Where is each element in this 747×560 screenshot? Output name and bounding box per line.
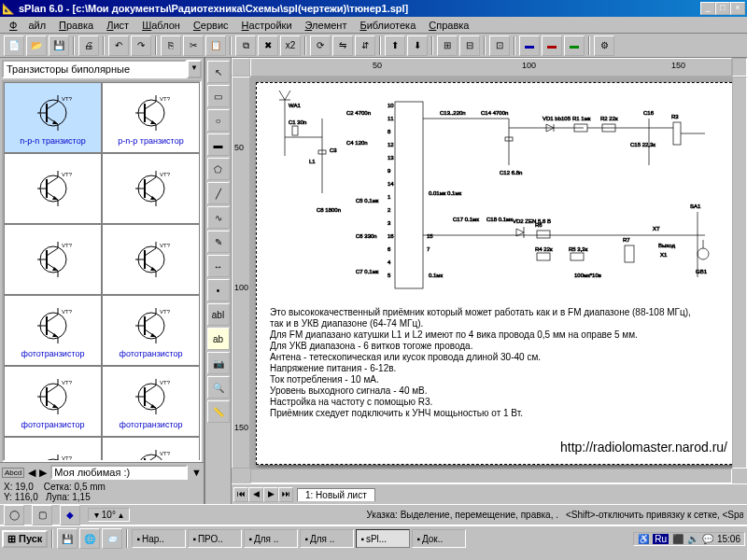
pointer-tool[interactable]: ↖ [207,61,230,83]
sheet-last[interactable]: ⏭ [278,487,293,502]
palette-item-10[interactable]: VT? [4,437,102,462]
fav-prev[interactable]: ◀ [28,467,35,479]
palette-item-7[interactable]: VT?фототранзистор [102,295,200,366]
quicklaunch-1[interactable]: 💾 [57,528,78,549]
palette-item-9[interactable]: VT?фототранзистор [102,366,200,437]
paste-button[interactable]: 📋 [205,35,226,56]
palette-item-0[interactable]: VT?n-p-n транзистор [4,82,102,153]
rect-tool[interactable]: ▭ [207,85,230,107]
menu-template[interactable]: Шаблон [136,19,186,32]
menu-sheet[interactable]: Лист [101,19,134,32]
zoom-tool[interactable]: 🔍 [207,376,230,399]
angle-down[interactable]: ▾ [94,510,99,520]
menubar[interactable]: Файл Правка Лист Шаблон Сервис Настройки… [0,17,747,34]
freehand-tool[interactable]: ✎ [207,231,230,253]
sheet-tab-1[interactable]: 1: Новый лист [297,488,375,501]
palette-item-5[interactable]: VT? [102,224,200,295]
rotate-button[interactable]: ⟳ [310,35,331,56]
open-button[interactable]: 📂 [26,35,47,56]
vertical-scrollbar[interactable] [732,77,747,469]
snap-button[interactable]: ⊡ [489,35,510,56]
front-button[interactable]: ⬆ [385,35,405,56]
x2-button[interactable]: x2 [280,35,301,56]
taskbar-item-5[interactable]: ▪Док.. [412,529,466,548]
menu-settings[interactable]: Настройки [236,19,298,32]
sheet-next[interactable]: ▶ [263,487,278,502]
palette-item-1[interactable]: VT?p-n-p транзистор [102,82,200,153]
delete-button[interactable]: ✖ [258,35,278,56]
color2-button[interactable]: ▬ [542,35,562,56]
tray-icon-1[interactable]: ♿ [638,534,649,544]
poly-tool[interactable]: ⬠ [207,158,230,180]
components-button[interactable]: ⚙ [594,35,614,56]
close-button[interactable]: × [730,2,745,15]
horizontal-scrollbar[interactable] [250,469,732,483]
category-dropdown-button[interactable]: ▼ [187,60,202,78]
color3-button[interactable]: ▬ [564,35,585,56]
taskbar-item-4[interactable]: ▪sPl... [356,529,410,548]
tray-icon-2[interactable]: ⬛ [672,534,684,544]
minimize-button[interactable]: _ [700,2,715,15]
taskbar-item-3[interactable]: ▪Для .. [300,529,354,548]
dimension-tool[interactable]: ↔ [207,255,230,277]
favorite-dropdown[interactable]: ▼ [191,467,202,478]
back-button[interactable]: ⬇ [407,35,428,56]
print-button[interactable]: 🖨 [78,35,99,56]
palette-item-3[interactable]: VT? [102,153,200,224]
taskbar-item-2[interactable]: ▪Для .. [244,529,298,548]
junction-tool[interactable]: • [207,279,230,301]
taskbar-item-0[interactable]: ▪Нар.. [132,529,186,548]
taskbar-item-1[interactable]: ▪ПРО.. [188,529,242,548]
cut-button[interactable]: ✂ [183,35,204,56]
palette-item-11[interactable]: VT?NPN-Transistor [102,437,200,462]
menu-edit[interactable]: Правка [53,19,99,32]
favorite-input[interactable] [50,465,188,480]
bezier-tool[interactable]: ∿ [207,206,230,229]
tray-icon-4[interactable]: 💬 [702,534,713,544]
status-circle[interactable]: ◯ [4,505,24,525]
palette-item-4[interactable]: VT? [4,224,102,295]
copy-button[interactable]: ⎘ [161,35,181,56]
status-node[interactable]: ◆ [60,505,80,525]
menu-help[interactable]: Справка [423,19,474,32]
duplicate-button[interactable]: ⧉ [235,35,256,56]
category-combo[interactable] [2,60,187,78]
tray-icon-3[interactable]: 🔊 [687,534,698,544]
flip-h-button[interactable]: ⇋ [332,35,353,56]
group-button[interactable]: ⊞ [437,35,458,56]
line-tool[interactable]: ╱ [207,182,230,204]
label-tool[interactable]: abl [207,303,230,326]
new-button[interactable]: 📄 [4,35,24,56]
color1-button[interactable]: ▬ [519,35,540,56]
undo-button[interactable]: ↶ [108,35,129,56]
status-square[interactable]: ▢ [32,505,52,525]
sheet-first[interactable]: ⏮ [233,487,248,502]
palette-item-6[interactable]: VT?фототранзистор [4,295,102,366]
quicklaunch-3[interactable]: 📨 [102,528,122,549]
start-button[interactable]: ⊞ Пуск [2,530,48,548]
fav-next[interactable]: ▶ [39,467,47,479]
menu-file[interactable]: Файл [4,19,51,32]
sheet-prev[interactable]: ◀ [248,487,263,502]
maximize-button[interactable]: □ [715,2,730,15]
measure-tool[interactable]: 📏 [207,400,230,423]
flip-v-button[interactable]: ⇵ [355,35,375,56]
menu-element[interactable]: Элемент [300,19,353,32]
component-palette[interactable]: VT?n-p-n транзисторVT?p-n-p транзисторVT… [2,80,202,462]
quicklaunch-2[interactable]: 🌐 [79,528,100,549]
system-tray[interactable]: ♿ Ru ⬛ 🔊 💬 15:06 [633,532,745,546]
menu-library[interactable]: Библиотека [354,19,421,32]
redo-button[interactable]: ↷ [131,35,151,56]
drawing-canvas[interactable]: 1011 812 139 141 23 166 45 157 [250,77,732,469]
tray-lang[interactable]: Ru [653,534,669,544]
text-tool[interactable]: ab [207,328,230,350]
save-button[interactable]: 💾 [49,35,69,56]
ungroup-button[interactable]: ⊟ [459,35,480,56]
image-tool[interactable]: 📷 [207,352,230,374]
palette-item-2[interactable]: VT? [4,153,102,224]
menu-service[interactable]: Сервис [188,19,234,32]
circle-tool[interactable]: ○ [207,109,230,132]
palette-item-8[interactable]: VT?фототранзистор [4,366,102,437]
vscroll-up[interactable] [732,58,747,77]
angle-up[interactable]: ▴ [119,510,123,520]
